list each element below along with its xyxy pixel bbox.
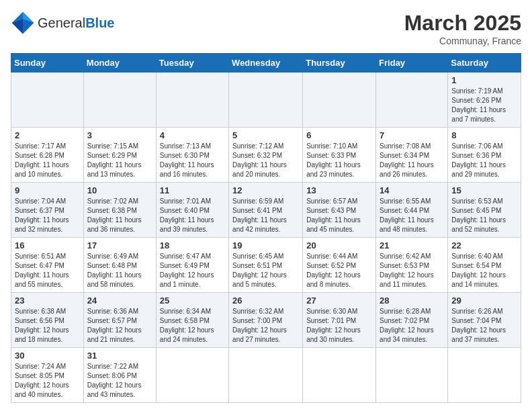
calendar-cell — [11, 73, 84, 128]
calendar-cell: 11Sunrise: 7:01 AM Sunset: 6:40 PM Dayli… — [156, 183, 228, 238]
calendar-cell: 17Sunrise: 6:49 AM Sunset: 6:48 PM Dayli… — [83, 238, 156, 293]
day-number: 6 — [306, 130, 372, 140]
calendar-week-row: 1Sunrise: 7:19 AM Sunset: 6:26 PM Daylig… — [11, 73, 521, 128]
calendar-day-header: Sunday — [11, 54, 84, 73]
logo-text: GeneralBlue — [38, 15, 115, 31]
calendar-cell: 23Sunrise: 6:38 AM Sunset: 6:56 PM Dayli… — [11, 293, 84, 348]
day-info: Sunrise: 6:57 AM Sunset: 6:43 PM Dayligh… — [306, 197, 372, 234]
day-info: Sunrise: 6:47 AM Sunset: 6:49 PM Dayligh… — [160, 252, 225, 289]
day-number: 24 — [87, 295, 152, 306]
calendar-cell: 31Sunrise: 7:22 AM Sunset: 8:06 PM Dayli… — [83, 348, 156, 403]
day-info: Sunrise: 7:12 AM Sunset: 6:32 PM Dayligh… — [232, 142, 299, 179]
calendar-cell — [156, 348, 228, 403]
calendar-cell: 16Sunrise: 6:51 AM Sunset: 6:47 PM Dayli… — [11, 238, 84, 293]
calendar-cell: 9Sunrise: 7:04 AM Sunset: 6:37 PM Daylig… — [11, 183, 84, 238]
location: Communay, France — [404, 36, 521, 46]
day-info: Sunrise: 6:34 AM Sunset: 6:58 PM Dayligh… — [160, 307, 225, 345]
day-info: Sunrise: 6:44 AM Sunset: 6:52 PM Dayligh… — [306, 252, 372, 289]
day-number: 11 — [160, 185, 225, 195]
title-block: March 2025 Communay, France — [404, 11, 521, 46]
calendar-cell: 18Sunrise: 6:47 AM Sunset: 6:49 PM Dayli… — [156, 238, 228, 293]
day-info: Sunrise: 6:32 AM Sunset: 7:00 PM Dayligh… — [232, 307, 299, 345]
calendar-day-header: Thursday — [303, 54, 376, 73]
calendar-cell — [229, 73, 303, 128]
logo-icon — [11, 11, 35, 35]
day-info: Sunrise: 7:17 AM Sunset: 6:28 PM Dayligh… — [15, 142, 80, 179]
calendar-day-header: Monday — [83, 54, 156, 73]
logo: GeneralBlue — [11, 11, 115, 35]
calendar-cell: 24Sunrise: 6:36 AM Sunset: 6:57 PM Dayli… — [83, 293, 156, 348]
calendar-cell — [376, 348, 448, 403]
calendar-day-header: Wednesday — [229, 54, 303, 73]
calendar-cell: 20Sunrise: 6:44 AM Sunset: 6:52 PM Dayli… — [303, 238, 376, 293]
calendar-cell: 7Sunrise: 7:08 AM Sunset: 6:34 PM Daylig… — [376, 128, 448, 183]
day-number: 5 — [232, 130, 299, 140]
day-number: 30 — [15, 351, 80, 361]
day-info: Sunrise: 6:59 AM Sunset: 6:41 PM Dayligh… — [232, 197, 299, 234]
calendar-cell: 21Sunrise: 6:42 AM Sunset: 6:53 PM Dayli… — [376, 238, 448, 293]
day-number: 17 — [87, 240, 152, 250]
day-number: 29 — [451, 295, 517, 306]
calendar-cell: 3Sunrise: 7:15 AM Sunset: 6:29 PM Daylig… — [83, 128, 156, 183]
day-info: Sunrise: 7:24 AM Sunset: 8:05 PM Dayligh… — [15, 362, 80, 400]
calendar-cell: 2Sunrise: 7:17 AM Sunset: 6:28 PM Daylig… — [11, 128, 84, 183]
calendar-cell: 28Sunrise: 6:28 AM Sunset: 7:02 PM Dayli… — [376, 293, 448, 348]
month-title: March 2025 — [404, 11, 521, 36]
calendar-cell: 22Sunrise: 6:40 AM Sunset: 6:54 PM Dayli… — [448, 238, 521, 293]
calendar-week-row: 30Sunrise: 7:24 AM Sunset: 8:05 PM Dayli… — [11, 348, 521, 403]
day-number: 16 — [15, 240, 80, 250]
day-info: Sunrise: 7:10 AM Sunset: 6:33 PM Dayligh… — [306, 142, 372, 179]
calendar-cell: 8Sunrise: 7:06 AM Sunset: 6:36 PM Daylig… — [448, 128, 521, 183]
day-number: 7 — [380, 130, 444, 140]
calendar-cell: 19Sunrise: 6:45 AM Sunset: 6:51 PM Dayli… — [229, 238, 303, 293]
day-number: 19 — [232, 240, 299, 250]
day-number: 18 — [160, 240, 225, 250]
day-number: 1 — [451, 75, 517, 85]
calendar-cell: 30Sunrise: 7:24 AM Sunset: 8:05 PM Dayli… — [11, 348, 84, 403]
day-number: 26 — [232, 295, 299, 306]
day-number: 15 — [451, 185, 517, 195]
day-info: Sunrise: 6:26 AM Sunset: 7:04 PM Dayligh… — [451, 307, 517, 345]
calendar-week-row: 9Sunrise: 7:04 AM Sunset: 6:37 PM Daylig… — [11, 183, 521, 238]
calendar-cell: 12Sunrise: 6:59 AM Sunset: 6:41 PM Dayli… — [229, 183, 303, 238]
calendar-cell: 26Sunrise: 6:32 AM Sunset: 7:00 PM Dayli… — [229, 293, 303, 348]
day-number: 21 — [380, 240, 444, 250]
day-info: Sunrise: 6:28 AM Sunset: 7:02 PM Dayligh… — [380, 307, 444, 345]
calendar-cell — [83, 73, 156, 128]
calendar-day-header: Saturday — [448, 54, 521, 73]
day-info: Sunrise: 6:36 AM Sunset: 6:57 PM Dayligh… — [87, 307, 152, 345]
day-info: Sunrise: 6:40 AM Sunset: 6:54 PM Dayligh… — [451, 252, 517, 289]
calendar-cell — [156, 73, 228, 128]
day-info: Sunrise: 6:53 AM Sunset: 6:45 PM Dayligh… — [451, 197, 517, 234]
day-number: 28 — [380, 295, 444, 306]
day-number: 20 — [306, 240, 372, 250]
day-number: 25 — [160, 295, 225, 306]
day-info: Sunrise: 7:13 AM Sunset: 6:30 PM Dayligh… — [160, 142, 225, 179]
day-number: 8 — [451, 130, 517, 140]
calendar-cell: 29Sunrise: 6:26 AM Sunset: 7:04 PM Dayli… — [448, 293, 521, 348]
day-number: 9 — [15, 185, 80, 195]
calendar-day-header: Tuesday — [156, 54, 228, 73]
day-number: 13 — [306, 185, 372, 195]
calendar-cell — [448, 348, 521, 403]
calendar-cell: 6Sunrise: 7:10 AM Sunset: 6:33 PM Daylig… — [303, 128, 376, 183]
day-info: Sunrise: 7:04 AM Sunset: 6:37 PM Dayligh… — [15, 197, 80, 234]
day-info: Sunrise: 7:01 AM Sunset: 6:40 PM Dayligh… — [160, 197, 225, 234]
day-number: 2 — [15, 130, 80, 140]
calendar-cell — [376, 73, 448, 128]
day-number: 4 — [160, 130, 225, 140]
calendar-cell: 4Sunrise: 7:13 AM Sunset: 6:30 PM Daylig… — [156, 128, 228, 183]
calendar-cell — [303, 348, 376, 403]
calendar-cell: 14Sunrise: 6:55 AM Sunset: 6:44 PM Dayli… — [376, 183, 448, 238]
calendar-cell — [229, 348, 303, 403]
day-number: 12 — [232, 185, 299, 195]
day-number: 27 — [306, 295, 372, 306]
calendar-cell: 1Sunrise: 7:19 AM Sunset: 6:26 PM Daylig… — [448, 73, 521, 128]
day-info: Sunrise: 6:42 AM Sunset: 6:53 PM Dayligh… — [380, 252, 444, 289]
day-number: 10 — [87, 185, 152, 195]
calendar-cell: 13Sunrise: 6:57 AM Sunset: 6:43 PM Dayli… — [303, 183, 376, 238]
day-info: Sunrise: 7:08 AM Sunset: 6:34 PM Dayligh… — [380, 142, 444, 179]
calendar-day-header: Friday — [376, 54, 448, 73]
day-number: 23 — [15, 295, 80, 306]
day-info: Sunrise: 7:19 AM Sunset: 6:26 PM Dayligh… — [451, 87, 517, 124]
